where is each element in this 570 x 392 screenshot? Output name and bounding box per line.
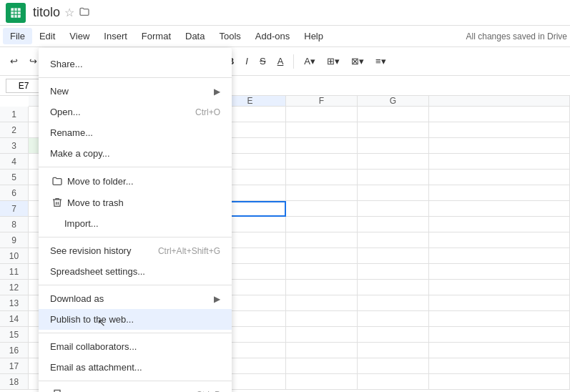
cell-f5[interactable] xyxy=(286,170,358,185)
menu-insert[interactable]: Insert xyxy=(97,28,134,44)
row-header-17[interactable]: 17 xyxy=(0,358,28,374)
title-bar: titolo ☆ xyxy=(0,0,570,26)
new-label: New xyxy=(50,86,69,97)
cell-g8[interactable] xyxy=(358,217,429,232)
row-header-10[interactable]: 10 xyxy=(0,248,28,264)
menu-revision-history[interactable]: See revision history Ctrl+Alt+Shift+G xyxy=(39,240,232,261)
col-header-f[interactable]: F xyxy=(286,96,358,106)
row-header-12[interactable]: 12 xyxy=(0,280,28,295)
menu-edit[interactable]: Edit xyxy=(32,28,62,44)
cell-rest-3[interactable] xyxy=(429,138,570,154)
revision-label: See revision history xyxy=(50,245,131,256)
menu-open[interactable]: Open... Ctrl+O xyxy=(39,102,232,122)
menu-section-download: Download as ▶ Publish to the web... ↖ xyxy=(39,285,232,333)
fill-color-btn[interactable]: A▾ xyxy=(300,53,320,69)
menu-rename[interactable]: Rename... xyxy=(39,122,232,143)
strikethrough-btn[interactable]: S xyxy=(255,53,270,69)
row-header-16[interactable]: 16 xyxy=(0,343,28,358)
svg-rect-0 xyxy=(11,8,21,18)
cell-rest-6[interactable] xyxy=(429,185,570,201)
italic-btn[interactable]: I xyxy=(241,53,252,69)
cell-ref-display[interactable]: E7 xyxy=(6,79,41,93)
open-shortcut: Ctrl+O xyxy=(195,107,220,117)
download-arrow: ▶ xyxy=(214,294,220,304)
menu-section-share: Share... xyxy=(39,51,232,78)
row-header-11[interactable]: 11 xyxy=(0,264,28,280)
row-header-4[interactable]: 4 xyxy=(0,154,28,170)
cell-f8[interactable] xyxy=(286,217,358,232)
cell-f7[interactable] xyxy=(286,201,358,217)
menu-data[interactable]: Data xyxy=(178,28,212,44)
border-btn[interactable]: ⊞▾ xyxy=(323,53,344,69)
cell-g4[interactable] xyxy=(358,154,429,170)
cell-g2[interactable] xyxy=(358,122,429,138)
col-header-g[interactable]: G xyxy=(358,96,429,106)
menu-move-to-trash[interactable]: Move to trash xyxy=(39,192,232,213)
merge-btn[interactable]: ⊠▾ xyxy=(347,53,368,69)
menu-share[interactable]: Share... xyxy=(39,54,232,74)
print-label: Print xyxy=(67,390,87,393)
menu-help[interactable]: Help xyxy=(297,28,330,44)
row-headers: 1 2 3 4 5 6 7 8 9 10 11 12 13 14 15 16 1… xyxy=(0,107,29,390)
menu-section-file-ops: New ▶ Open... Ctrl+O Rename... Make a co… xyxy=(39,78,232,167)
row-header-13[interactable]: 13 xyxy=(0,295,28,311)
cell-rest-4[interactable] xyxy=(429,154,570,170)
cell-f1[interactable] xyxy=(286,107,358,122)
email-collab-label: Email collaborators... xyxy=(50,341,137,352)
row-header-7[interactable]: 7 xyxy=(0,201,28,217)
menu-import[interactable]: Import... xyxy=(39,213,232,234)
row-header-14[interactable]: 14 xyxy=(0,311,28,327)
cell-rest-7[interactable] xyxy=(429,201,570,217)
menu-addons[interactable]: Add-ons xyxy=(248,28,297,44)
menu-email-collaborators[interactable]: Email collaborators... xyxy=(39,336,232,357)
row-header-1[interactable]: 1 xyxy=(0,107,28,122)
menu-file[interactable]: File xyxy=(3,28,32,44)
row-header-3[interactable]: 3 xyxy=(0,138,28,154)
cell-rest-5[interactable] xyxy=(429,170,570,185)
cell-g6[interactable] xyxy=(358,185,429,201)
menu-new[interactable]: New ▶ xyxy=(39,81,232,102)
star-icon[interactable]: ☆ xyxy=(64,6,74,19)
row-header-2[interactable]: 2 xyxy=(0,122,28,138)
revision-shortcut: Ctrl+Alt+Shift+G xyxy=(158,246,220,256)
row-header-5[interactable]: 5 xyxy=(0,170,28,185)
menu-view[interactable]: View xyxy=(62,28,97,44)
menu-print[interactable]: Print Ctrl+P xyxy=(39,384,232,392)
menu-email-attachment[interactable]: Email as attachment... xyxy=(39,357,232,378)
underline-btn[interactable]: A xyxy=(273,53,288,69)
menu-make-copy[interactable]: Make a copy... xyxy=(39,143,232,164)
menu-format[interactable]: Format xyxy=(134,28,178,44)
cell-f4[interactable] xyxy=(286,154,358,170)
row-header-9[interactable]: 9 xyxy=(0,232,28,248)
publish-label: Publish to the web... xyxy=(50,314,134,325)
row-header-15[interactable]: 15 xyxy=(0,327,28,343)
cell-f2[interactable] xyxy=(286,122,358,138)
cell-g7[interactable] xyxy=(358,201,429,217)
row-header-8[interactable]: 8 xyxy=(0,217,28,232)
menu-section-email: Email collaborators... Email as attachme… xyxy=(39,333,232,381)
cell-rest-2[interactable] xyxy=(429,122,570,138)
menu-download-as[interactable]: Download as ▶ xyxy=(39,288,232,309)
row-header-6[interactable]: 6 xyxy=(0,185,28,201)
row-header-18[interactable]: 18 xyxy=(0,374,28,390)
menu-spreadsheet-settings[interactable]: Spreadsheet settings... xyxy=(39,261,232,282)
undo-btn[interactable]: ↩ xyxy=(6,53,22,69)
cell-f6[interactable] xyxy=(286,185,358,201)
align-btn[interactable]: ≡▾ xyxy=(371,53,390,69)
cell-g5[interactable] xyxy=(358,170,429,185)
cell-g1[interactable] xyxy=(358,107,429,122)
download-label: Download as xyxy=(50,293,104,304)
save-status: All changes saved in Drive xyxy=(466,31,567,41)
menu-section-history: See revision history Ctrl+Alt+Shift+G Sp… xyxy=(39,237,232,285)
menu-tools[interactable]: Tools xyxy=(212,28,247,44)
cell-g3[interactable] xyxy=(358,138,429,154)
document-title[interactable]: titolo xyxy=(33,5,60,20)
share-label: Share... xyxy=(50,59,83,69)
cell-rest-1[interactable] xyxy=(429,107,570,122)
trash-menu-icon xyxy=(50,197,64,208)
import-label: Import... xyxy=(64,218,99,229)
cell-f3[interactable] xyxy=(286,138,358,154)
menu-move-to-folder[interactable]: Move to folder... xyxy=(39,170,232,192)
folder-icon[interactable] xyxy=(79,6,90,20)
menu-publish-web[interactable]: Publish to the web... ↖ xyxy=(39,309,232,330)
